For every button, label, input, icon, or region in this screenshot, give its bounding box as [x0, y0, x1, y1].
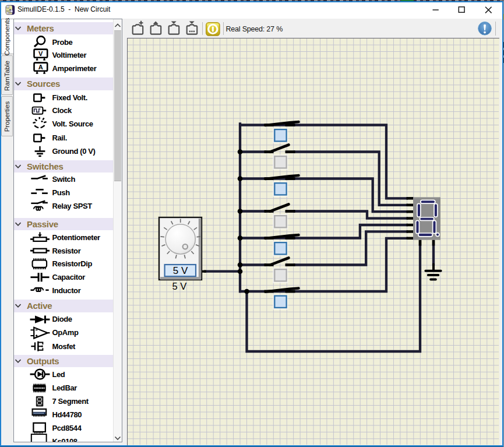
svg-text:A: A: [38, 64, 43, 71]
svg-text:5 V: 5 V: [173, 265, 188, 276]
svg-text:V: V: [38, 50, 43, 57]
svg-text:5 V: 5 V: [172, 281, 187, 291]
